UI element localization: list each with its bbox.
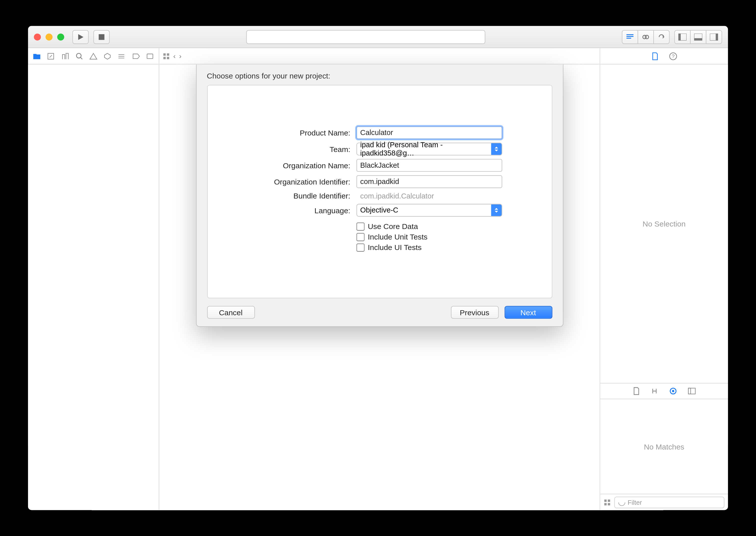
symbol-navigator-icon[interactable]: [47, 51, 55, 60]
jump-bar[interactable]: ‹ ›: [159, 48, 600, 64]
project-options-form: Product Name: Team: ipad kid (Personal T…: [257, 126, 502, 252]
editor-area: Choose options for your new project: Pro…: [159, 64, 600, 510]
file-inspector-icon[interactable]: [651, 52, 658, 60]
list-view-icon[interactable]: [604, 499, 611, 506]
jump-forward-icon[interactable]: ›: [179, 52, 181, 60]
popup-arrow-icon: [491, 205, 501, 216]
navigator-selector: [28, 48, 159, 64]
run-button[interactable]: [73, 30, 89, 44]
media-library-icon[interactable]: [687, 387, 696, 394]
close-button[interactable]: [34, 33, 41, 40]
zoom-button[interactable]: [57, 33, 64, 40]
library-filter-field[interactable]: Filter: [614, 496, 725, 508]
utilities-area: No Selection No Matches Filter: [600, 64, 728, 510]
issue-navigator-icon[interactable]: [89, 51, 97, 60]
svg-rect-14: [163, 56, 166, 59]
svg-rect-8: [716, 33, 718, 40]
titlebar: [28, 26, 728, 48]
assistant-editor-button[interactable]: [638, 30, 654, 44]
svg-rect-11: [147, 54, 153, 58]
breakpoint-navigator-icon[interactable]: [132, 51, 140, 60]
navigator-bar: ‹ › ?: [28, 48, 728, 64]
debug-navigator-icon[interactable]: [117, 51, 126, 60]
quick-help-icon[interactable]: ?: [669, 52, 677, 60]
project-navigator-icon[interactable]: [33, 51, 41, 60]
bundle-identifier-label: Bundle Identifier:: [257, 191, 350, 200]
organization-identifier-label: Organization Identifier:: [257, 177, 350, 186]
svg-point-10: [76, 53, 81, 58]
test-navigator-icon[interactable]: [103, 51, 112, 60]
svg-rect-20: [688, 388, 695, 394]
svg-rect-12: [163, 53, 166, 55]
team-popup[interactable]: ipad kid (Personal Team - ipadkid358@g…: [356, 143, 502, 155]
inspector-empty-state: No Selection: [600, 64, 728, 383]
new-project-sheet: Choose options for your new project: Pro…: [196, 64, 563, 327]
svg-rect-15: [167, 56, 169, 59]
standard-editor-button[interactable]: [622, 30, 638, 44]
svg-text:?: ?: [671, 53, 674, 59]
include-unit-tests-checkbox[interactable]: Include Unit Tests: [356, 232, 502, 241]
panel-toggle-group: [674, 30, 722, 44]
source-control-navigator-icon[interactable]: [61, 51, 69, 60]
svg-rect-23: [608, 499, 610, 501]
language-label: Language:: [257, 206, 350, 215]
include-ui-tests-checkbox[interactable]: Include UI Tests: [356, 243, 502, 252]
minimize-button[interactable]: [46, 33, 52, 40]
previous-button[interactable]: Previous: [450, 306, 498, 319]
svg-point-19: [672, 390, 674, 392]
svg-rect-0: [98, 34, 104, 40]
svg-rect-25: [608, 503, 610, 505]
svg-rect-13: [167, 53, 169, 55]
toggle-utilities-button[interactable]: [706, 30, 722, 44]
cancel-button[interactable]: Cancel: [207, 306, 254, 319]
file-template-library-icon[interactable]: [633, 387, 640, 395]
report-navigator-icon[interactable]: [146, 51, 154, 60]
library-empty-state: No Matches: [600, 399, 728, 494]
related-items-icon[interactable]: [163, 52, 170, 59]
library-filter-bar: Filter: [600, 494, 728, 510]
traffic-lights: [34, 33, 64, 40]
organization-identifier-field[interactable]: [356, 175, 502, 188]
inspector-selector: ?: [600, 48, 728, 64]
product-name-label: Product Name:: [257, 128, 350, 137]
find-navigator-icon[interactable]: [75, 51, 83, 60]
toggle-navigator-button[interactable]: [674, 30, 691, 44]
next-button[interactable]: Next: [504, 306, 552, 319]
popup-arrow-icon: [491, 143, 501, 155]
sheet-title: Choose options for your new project:: [196, 64, 563, 85]
version-editor-button[interactable]: [653, 30, 670, 44]
library-selector: [600, 383, 728, 399]
svg-rect-6: [694, 38, 702, 40]
language-value: Objective-C: [360, 206, 398, 215]
svg-rect-4: [678, 33, 680, 40]
language-popup[interactable]: Objective-C: [356, 204, 502, 217]
object-library-icon[interactable]: [669, 387, 677, 395]
editor-mode-group: [622, 30, 670, 44]
product-name-field[interactable]: [356, 126, 502, 139]
navigator-area: [28, 64, 159, 510]
team-value: ipad kid (Personal Team - ipadkid358@g…: [360, 141, 498, 157]
bundle-identifier-value: com.ipadkid.Calculator: [356, 192, 502, 200]
svg-rect-21: [688, 388, 690, 394]
organization-name-label: Organization Name:: [257, 161, 350, 170]
stop-button[interactable]: [93, 30, 110, 44]
organization-name-field[interactable]: [356, 159, 502, 172]
svg-point-2: [645, 35, 649, 39]
activity-view[interactable]: [246, 30, 485, 44]
svg-rect-24: [604, 503, 607, 505]
toggle-debug-button[interactable]: [690, 30, 706, 44]
xcode-window: ‹ › ? Choose options for your new projec…: [28, 26, 728, 510]
jump-back-icon[interactable]: ‹: [173, 52, 176, 60]
svg-rect-22: [604, 499, 607, 501]
team-label: Team:: [257, 145, 350, 153]
code-snippet-library-icon[interactable]: [650, 387, 658, 394]
use-core-data-checkbox[interactable]: Use Core Data: [356, 222, 502, 231]
